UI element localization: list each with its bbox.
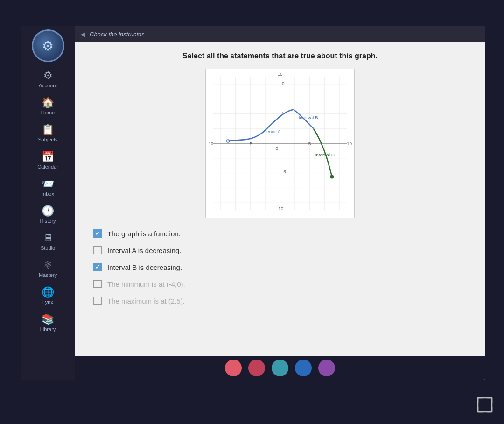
sidebar-label-studio: Studio: [41, 245, 55, 251]
option-row-5: The maximum is at (2,5).: [93, 297, 467, 305]
option-text-2: Interval A is decreasing.: [107, 247, 181, 254]
sidebar-label-library: Library: [40, 326, 56, 332]
sidebar-item-library[interactable]: 📚 Library: [21, 310, 75, 337]
option-text-1: The graph is a function.: [107, 230, 181, 238]
sidebar-label-history: History: [40, 218, 56, 224]
graph-container: 10 10 -10 -10 -5 5 5 -5 0 0: [205, 69, 355, 218]
sidebar-label-inbox: Inbox: [42, 191, 54, 197]
sidebar-label-mastery: Mastery: [39, 272, 57, 278]
svg-point-31: [330, 175, 334, 179]
question-title: Select all the statements that are true …: [89, 52, 471, 60]
main-content: ◀ Check the instructor Select all the st…: [75, 26, 485, 380]
option-row-1: The graph is a function.: [93, 229, 467, 238]
library-icon: 📚: [42, 314, 54, 325]
back-button[interactable]: ◀: [80, 31, 85, 38]
inbox-icon: 📨: [42, 179, 54, 189]
content-panel: Select all the statements that are true …: [75, 42, 485, 356]
top-bar: ◀ Check the instructor: [75, 26, 485, 42]
sidebar-item-account[interactable]: ⚙ Account: [21, 66, 75, 93]
svg-text:0: 0: [282, 81, 285, 86]
sidebar-item-inbox[interactable]: 📨 Inbox: [21, 174, 75, 201]
bottom-toolbar: [75, 356, 485, 380]
option-checkbox-5[interactable]: [93, 297, 102, 305]
sidebar-label-lynx: Lynx: [42, 299, 53, 305]
sidebar: ⚙ Account 🏠 Home 📋 Subjects 📅 Calendar 📨…: [21, 26, 75, 380]
bottom-btn-5[interactable]: [318, 360, 335, 376]
bottom-btn-3[interactable]: [272, 360, 288, 376]
svg-text:-10: -10: [277, 206, 284, 211]
subjects-icon: 📋: [42, 125, 54, 135]
option-checkbox-4[interactable]: [93, 280, 102, 288]
fullscreen-button[interactable]: [476, 396, 494, 416]
sidebar-item-lynx[interactable]: 🌐 Lynx: [21, 283, 75, 310]
option-row-4: The minimum is at (-4,0).: [93, 280, 467, 288]
top-bar-title: Check the instructor: [90, 31, 144, 38]
svg-text:-5: -5: [282, 169, 286, 174]
sidebar-item-mastery[interactable]: ⚛ Mastery: [21, 255, 75, 283]
option-checkbox-1[interactable]: [93, 229, 102, 238]
svg-text:0: 0: [275, 146, 278, 151]
mastery-icon: ⚛: [43, 260, 53, 270]
svg-text:10: 10: [347, 141, 352, 146]
interval-a-label: Interval A: [261, 129, 281, 134]
sidebar-label-home: Home: [41, 110, 55, 115]
main-frame: ⚙ Account 🏠 Home 📋 Subjects 📅 Calendar 📨…: [21, 26, 485, 380]
interval-c-label: Interval C: [315, 152, 335, 157]
svg-text:5: 5: [308, 141, 311, 146]
option-text-3: Interval B is decreasing.: [107, 263, 182, 271]
history-icon: 🕐: [42, 206, 54, 216]
option-row-3: Interval B is decreasing.: [93, 263, 467, 271]
sidebar-label-account: Account: [39, 83, 57, 88]
svg-text:-5: -5: [248, 141, 252, 146]
bottom-btn-2[interactable]: [248, 360, 265, 376]
sidebar-item-home[interactable]: 🏠 Home: [21, 93, 75, 120]
sidebar-item-subjects[interactable]: 📋 Subjects: [21, 120, 75, 147]
sidebar-logo: [32, 29, 64, 62]
svg-rect-33: [478, 398, 492, 412]
sidebar-item-studio[interactable]: 🖥 Studio: [21, 228, 75, 255]
sidebar-item-calendar[interactable]: 📅 Calendar: [21, 147, 75, 174]
sidebar-item-history[interactable]: 🕐 History: [21, 201, 75, 228]
svg-text:-10: -10: [207, 141, 213, 146]
option-text-4: The minimum is at (-4,0).: [107, 280, 185, 288]
sidebar-label-calendar: Calendar: [37, 164, 58, 170]
bottom-btn-4[interactable]: [295, 360, 312, 376]
interval-b-label: Interval B: [299, 115, 318, 120]
svg-text:10: 10: [277, 71, 283, 77]
account-icon: ⚙: [43, 71, 53, 81]
option-checkbox-2[interactable]: [93, 246, 102, 254]
graph-svg: 10 10 -10 -10 -5 5 5 -5 0 0: [206, 69, 354, 218]
option-row-2: Interval A is decreasing.: [93, 246, 467, 254]
home-icon: 🏠: [42, 98, 54, 108]
sidebar-label-subjects: Subjects: [38, 137, 57, 142]
calendar-icon: 📅: [42, 152, 54, 162]
lynx-icon: 🌐: [42, 287, 54, 297]
option-text-5: The maximum is at (2,5).: [107, 297, 185, 305]
options-container: The graph is a function. Interval A is d…: [89, 229, 471, 305]
bottom-btn-1[interactable]: [225, 360, 242, 376]
studio-icon: 🖥: [43, 233, 53, 243]
option-checkbox-3[interactable]: [93, 263, 102, 271]
